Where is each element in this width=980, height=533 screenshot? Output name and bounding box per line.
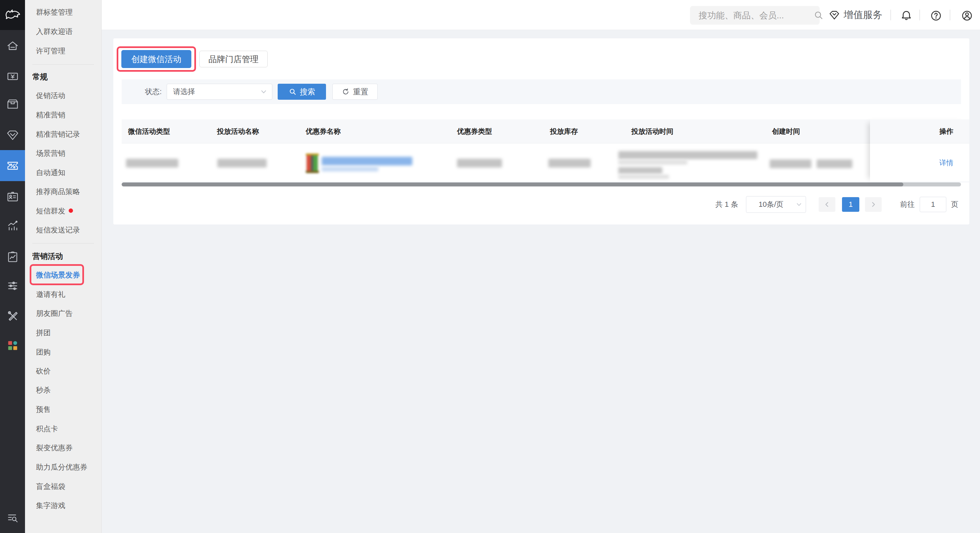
column-header: 投放活动时间: [632, 120, 673, 144]
rail-item-home[interactable]: [0, 38, 25, 54]
help-icon: [930, 10, 942, 22]
sidebar-item-auto-notify[interactable]: 自动通知: [25, 163, 102, 182]
current-page-button[interactable]: 1: [842, 197, 859, 212]
rail-item-membership[interactable]: [0, 127, 25, 143]
sidebar-item-sms-log[interactable]: 短信发送记录: [25, 220, 102, 240]
rail-item-tools[interactable]: [0, 308, 25, 324]
detail-link[interactable]: 详情: [939, 159, 953, 166]
rail-item-apps[interactable]: [0, 338, 25, 354]
sidebar-item-viral-coupon[interactable]: 裂变优惠券: [25, 438, 102, 458]
rail-item-settings[interactable]: [0, 278, 25, 294]
gem-badge-icon: [828, 9, 840, 21]
sidebar-item-recommend[interactable]: 推荐商品策略: [25, 182, 102, 201]
menu-search-icon: [6, 511, 19, 525]
redacted-text: [618, 175, 669, 179]
sidebar-item-presale[interactable]: 预售: [25, 400, 102, 419]
redacted-text: [618, 151, 757, 159]
rail-item-customers[interactable]: [0, 189, 25, 205]
sidebar-item-precision[interactable]: 精准营销: [25, 105, 102, 125]
brand-store-management-button[interactable]: 品牌门店管理: [199, 51, 268, 67]
column-header: 优惠券名称: [305, 120, 340, 144]
chevron-right-icon: [870, 201, 877, 208]
search-input[interactable]: [690, 10, 810, 21]
sidebar-section-marketing: 营销活动: [25, 246, 102, 266]
sidebar-item-flash-sale[interactable]: 秒杀: [25, 381, 102, 400]
status-label: 状态:: [122, 80, 162, 104]
sidebar-item-group-tag[interactable]: 群标签管理: [25, 3, 102, 22]
divider: [950, 10, 950, 20]
chart-icon: [6, 219, 20, 233]
next-page-button[interactable]: [865, 197, 882, 212]
search-icon[interactable]: [814, 10, 824, 20]
id-card-icon: [6, 190, 20, 204]
scrollbar-thumb[interactable]: [122, 182, 903, 187]
goto-page-input[interactable]: [920, 197, 947, 212]
rail-item-menu-search[interactable]: [0, 510, 25, 526]
sidebar-item-word-game[interactable]: 集字游戏: [25, 496, 102, 515]
column-header: 创建时间: [772, 120, 800, 144]
sidebar-item-share-coupon[interactable]: 助力瓜分优惠券: [25, 458, 102, 477]
page-size-select[interactable]: 10条/页: [746, 196, 806, 213]
redacted-text: [770, 160, 811, 168]
divider: [890, 10, 891, 20]
account-button[interactable]: [960, 8, 974, 23]
status-select[interactable]: 请选择: [167, 84, 272, 100]
brand-logo[interactable]: [0, 0, 25, 30]
page-size-value: 10条/页: [746, 199, 795, 209]
search-icon: [289, 88, 297, 96]
sidebar-item-invite[interactable]: 邀请有礼: [25, 285, 102, 304]
divider: [920, 10, 920, 20]
bell-icon: [900, 10, 913, 22]
filter-bar: 状态: 请选择 搜索 重置: [122, 80, 961, 104]
money-icon: [6, 69, 20, 83]
create-wechat-activity-button[interactable]: 创建微信活动: [121, 50, 191, 68]
column-header: 投放库存: [550, 120, 578, 144]
chevron-down-icon: [795, 201, 802, 208]
design-tools-icon: [6, 309, 20, 323]
notifications-button[interactable]: [899, 8, 914, 23]
sidebar-item-moments-ads[interactable]: 朋友圈广告: [25, 304, 102, 323]
vas-label: 增值服务: [844, 8, 882, 22]
sidebar-item-group-buy[interactable]: 拼团: [25, 323, 102, 343]
sidebar-item-blind-box[interactable]: 盲盒福袋: [25, 477, 102, 496]
redacted-text: [817, 160, 852, 168]
sidebar-item-points-card[interactable]: 积点卡: [25, 419, 102, 439]
page-unit-label: 页: [951, 196, 958, 213]
refresh-icon: [342, 88, 350, 96]
table-row: [122, 144, 961, 182]
search-button[interactable]: 搜索: [278, 84, 326, 100]
sidebar-item-promo[interactable]: 促销活动: [25, 86, 102, 105]
redacted-text: [618, 167, 662, 174]
rail-item-analytics[interactable]: [0, 218, 25, 234]
horizontal-scrollbar[interactable]: [122, 182, 961, 187]
rail-item-marketing-active[interactable]: [0, 150, 25, 181]
rail-item-orders[interactable]: [0, 96, 25, 112]
chevron-left-icon: [824, 201, 830, 208]
sidebar-item-bargain[interactable]: 砍价: [25, 362, 102, 381]
sidebar-item-sms-bulk[interactable]: 短信群发: [25, 201, 102, 221]
prev-page-button[interactable]: [819, 197, 835, 212]
pagination: 共 1 条 10条/页 1 前: [113, 196, 969, 213]
sidebar-item-tuangou[interactable]: 团购: [25, 343, 102, 362]
sidebar-item-wechat-coupon[interactable]: 微信场景发券: [25, 265, 102, 285]
redacted-text: [126, 159, 178, 168]
help-button[interactable]: [929, 8, 943, 23]
value-added-services-button[interactable]: 增值服务: [828, 0, 882, 30]
sidebar-item-scene[interactable]: 场景营销: [25, 144, 102, 163]
redacted-text: [548, 159, 591, 168]
diamond-icon: [6, 128, 20, 142]
icon-rail: [0, 0, 25, 533]
home-icon: [6, 39, 20, 53]
column-header: 操作: [870, 120, 969, 144]
rail-item-reports[interactable]: [0, 249, 25, 265]
redacted-link[interactable]: [322, 157, 412, 166]
reset-button[interactable]: 重置: [332, 84, 378, 100]
sidebar-item-precision-log[interactable]: 精准营销记录: [25, 125, 102, 144]
redacted-text: [618, 160, 687, 164]
sidebar-item-permission[interactable]: 许可管理: [25, 41, 102, 61]
global-search[interactable]: [690, 6, 820, 25]
divider: [32, 243, 94, 244]
sidebar-item-group-welcome[interactable]: 入群欢迎语: [25, 22, 102, 41]
report-clipboard-icon: [6, 250, 20, 264]
rail-item-finance[interactable]: [0, 69, 25, 85]
